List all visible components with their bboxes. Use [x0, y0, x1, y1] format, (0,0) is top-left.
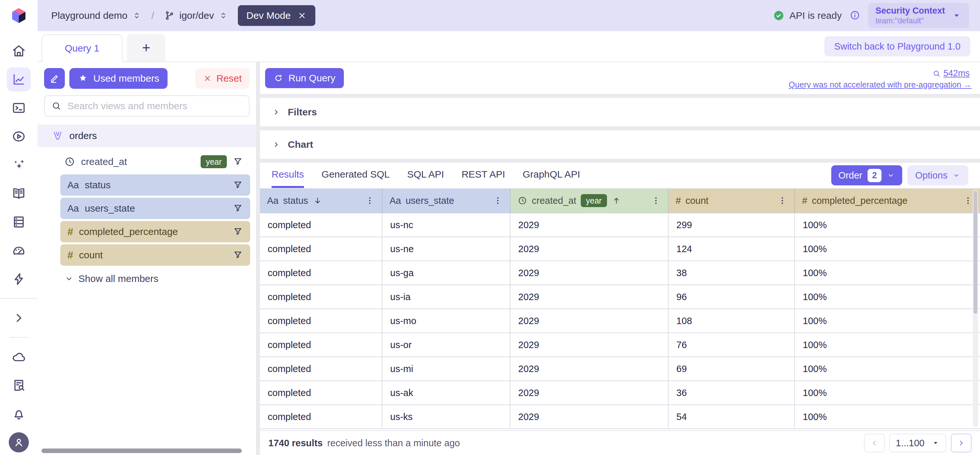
chevron-right-icon — [272, 140, 281, 149]
sidebar-expand-button[interactable] — [7, 306, 31, 330]
member-row-count[interactable]: #count — [60, 244, 250, 266]
table-cell: 2029 — [511, 405, 668, 428]
search-input[interactable] — [67, 100, 242, 112]
table-row[interactable]: completedus-nc2029299100% — [260, 213, 980, 237]
column-header-created-at[interactable]: created_atyear — [511, 189, 668, 213]
sidebar-cloud-button[interactable] — [7, 345, 31, 369]
query-tab[interactable]: Query 1 — [41, 34, 123, 62]
page-range-select[interactable]: 1...100 — [889, 434, 946, 452]
security-context-title: Security Context — [875, 5, 945, 16]
info-icon[interactable] — [850, 10, 861, 22]
sort-desc-icon — [313, 196, 323, 205]
query-duration-link[interactable]: 542ms — [931, 68, 972, 79]
reset-button[interactable]: Reset — [195, 68, 250, 89]
filter-icon[interactable] — [233, 226, 243, 237]
filter-icon[interactable] — [233, 250, 243, 260]
member-name: completed_percentage — [79, 226, 178, 237]
sidebar-home-button[interactable] — [7, 39, 31, 63]
column-header-completed-percentage[interactable]: #completed_percentage — [795, 189, 980, 213]
tab-rest-api[interactable]: REST API — [461, 163, 505, 188]
table-cell: 100% — [795, 381, 980, 404]
acceleration-note-link[interactable]: Query was not accelerated with pre-aggre… — [789, 80, 972, 89]
table-row[interactable]: completedus-ne2029124100% — [260, 237, 980, 261]
sidebar-play-button[interactable] — [7, 124, 31, 148]
filter-icon[interactable] — [233, 180, 243, 190]
table-row[interactable]: completedus-ga202938100% — [260, 261, 980, 285]
cube-logo[interactable] — [0, 0, 38, 31]
chart-accordion[interactable]: Chart — [260, 130, 980, 159]
branch-selector[interactable]: igor/dev — [164, 10, 229, 21]
table-row[interactable]: completedus-ak202936100% — [260, 381, 980, 405]
column-header-count[interactable]: #count — [668, 189, 795, 213]
member-row-completed-percentage[interactable]: #completed_percentage — [60, 221, 250, 242]
sidebar-terminal-button[interactable] — [7, 96, 31, 120]
table-row[interactable]: completedus-mi202969100% — [260, 357, 980, 381]
pagination: 1...100 — [864, 434, 972, 452]
table-row[interactable]: completedus-or202976100% — [260, 333, 980, 357]
filters-accordion[interactable]: Filters — [260, 98, 980, 126]
table-cell: 108 — [668, 309, 795, 332]
tab-results[interactable]: Results — [272, 163, 304, 188]
column-menu-icon[interactable] — [963, 196, 973, 205]
show-all-members-button[interactable]: Show all members — [62, 273, 256, 285]
member-row-created-at[interactable]: created_atyear — [60, 151, 250, 172]
table-cell: us-ak — [382, 381, 511, 404]
search-box — [44, 95, 250, 117]
magnifier-icon — [932, 69, 941, 78]
sidebar-avatar-button[interactable] — [7, 430, 31, 454]
next-page-button[interactable] — [951, 434, 972, 452]
sidebar-book-button[interactable] — [7, 181, 31, 205]
column-header-users-state[interactable]: Aausers_state — [382, 189, 511, 213]
git-branch-icon — [164, 10, 175, 21]
order-button[interactable]: Order 2 — [831, 165, 902, 185]
granularity-badge[interactable]: year — [200, 155, 227, 168]
results-count: 1740 results — [268, 438, 323, 449]
used-members-button[interactable]: Used members — [69, 68, 167, 89]
horizontal-scrollbar-thumb[interactable] — [41, 449, 242, 453]
tab-sql-api[interactable]: SQL API — [407, 163, 444, 188]
tab-graphql-api[interactable]: GraphQL API — [523, 163, 580, 188]
workspace-selector[interactable]: Playground demo — [51, 10, 142, 21]
sidebar-lightning-button[interactable] — [7, 267, 31, 291]
column-header-status[interactable]: Aastatus — [260, 189, 382, 213]
sidebar-line-chart-button[interactable] — [7, 67, 31, 91]
previous-page-button[interactable] — [864, 434, 885, 452]
granularity-badge[interactable]: year — [581, 194, 607, 207]
filter-icon[interactable] — [233, 203, 243, 213]
table-cell: 36 — [668, 381, 795, 404]
table-cell: 38 — [668, 261, 795, 285]
sidebar-database-button[interactable] — [7, 210, 31, 234]
table-cell: completed — [260, 261, 382, 285]
column-menu-icon[interactable] — [778, 196, 787, 205]
table-cell: us-ks — [382, 405, 511, 428]
edit-query-button[interactable] — [44, 68, 65, 89]
run-query-button[interactable]: Run Query — [265, 68, 344, 88]
sidebar-document-search-button[interactable] — [7, 373, 31, 397]
table-row[interactable]: completedus-ia202996100% — [260, 285, 980, 309]
sidebar-gauge-button[interactable] — [7, 239, 31, 262]
add-query-tab-button[interactable]: + — [127, 34, 165, 62]
options-button[interactable]: Options — [907, 165, 968, 185]
table-cell: us-mo — [382, 309, 511, 332]
member-row-status[interactable]: Aastatus — [60, 174, 250, 196]
filter-icon[interactable] — [233, 156, 243, 167]
switch-back-button[interactable]: Switch back to Playground 1.0 — [824, 36, 970, 56]
vertical-scrollbar-thumb[interactable] — [974, 191, 977, 314]
table-row[interactable]: completedus-mo2029108100% — [260, 309, 980, 333]
tab-generated-sql[interactable]: Generated SQL — [321, 163, 390, 188]
table-cell: 96 — [668, 285, 795, 309]
gauge-icon — [11, 243, 26, 258]
sidebar-bell-button[interactable] — [7, 402, 31, 426]
close-dev-mode-icon[interactable] — [297, 11, 307, 21]
table-row[interactable]: completedus-ks202954100% — [260, 405, 980, 429]
sidebar-sparkles-button[interactable] — [7, 153, 31, 177]
refresh-icon — [274, 73, 283, 83]
view-row-orders[interactable]: orders — [38, 124, 256, 147]
security-context-button[interactable]: Security Context team:"default" — [868, 3, 969, 28]
column-menu-icon[interactable] — [651, 196, 661, 205]
column-menu-icon[interactable] — [493, 196, 503, 205]
selector-chevrons-icon — [218, 11, 228, 21]
column-menu-icon[interactable] — [365, 196, 375, 205]
branch-name: igor/dev — [180, 10, 214, 21]
member-row-users-state[interactable]: Aausers_state — [60, 198, 250, 219]
